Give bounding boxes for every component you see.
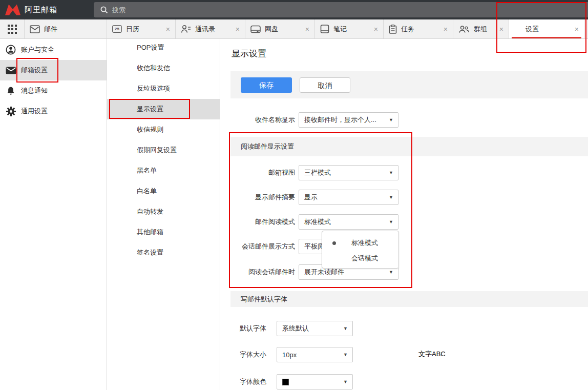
gear-icon [5,107,16,116]
tab-close-icon[interactable]: × [305,26,309,33]
account-icon [5,45,16,55]
tab-close-icon[interactable]: × [374,26,378,33]
reading-mode-select[interactable]: 标准模式 ▼ [299,214,398,230]
tabbar-filler [584,19,588,38]
reading-mode-label: 邮件阅读模式 [220,214,295,230]
mail-summary-label: 显示邮件摘要 [220,190,295,205]
tab-calendar[interactable]: 25 日历 × [107,19,175,38]
brand-logo: 阿里邮箱 [5,4,57,16]
select-value: 10px [282,351,297,359]
menu-item-send-receive[interactable]: 收信和发信 [107,58,220,78]
mailbox-view-select[interactable]: 三栏模式 ▼ [299,165,398,180]
sidebar-item-label: 账户与安全 [21,45,54,54]
tab-drive[interactable]: 网盘 × [245,19,314,38]
select-value: 展开未读邮件 [304,268,344,277]
save-button[interactable]: 保存 [241,77,292,93]
brand-name: 阿里邮箱 [25,5,57,15]
default-font-label: 默认字体 [240,321,270,336]
sidebar-item-general-settings[interactable]: 通用设置 [0,101,107,121]
font-color-swatch [282,379,289,385]
chevron-down-icon: ▼ [389,195,393,200]
menu-item-display-settings[interactable]: 显示设置 [107,99,220,119]
tab-tasks[interactable]: 任务 × [383,19,453,38]
tab-close-icon[interactable]: × [236,26,240,33]
recipient-display-label: 收件名称显示 [220,112,295,128]
menu-item-auto-forward[interactable]: 自动转发 [107,201,220,222]
tab-close-icon[interactable]: × [575,26,579,33]
contacts-icon [181,25,191,33]
mail-icon [30,25,40,33]
chevron-down-icon: ▼ [389,117,393,122]
chevron-down-icon: ▼ [389,170,393,175]
default-font-select[interactable]: 系统默认 ▼ [277,321,353,336]
select-value: 显示 [304,193,318,202]
menu-item-pop[interactable]: POP设置 [107,37,220,58]
chevron-down-icon: ▼ [389,219,393,224]
sidebar-item-mail-settings[interactable]: 邮箱设置 [0,60,107,80]
tab-close-icon[interactable]: × [499,26,503,33]
settings-sidebar: 账户与安全 邮箱设置 消息通知 [0,39,107,390]
select-value: 接收邮件时，显示个人... [304,115,376,125]
tab-label: 通讯录 [195,25,215,34]
chevron-down-icon: ▼ [343,352,348,357]
tab-settings[interactable]: 设置 × [509,19,584,38]
active-tab-indicator [512,37,581,38]
chevron-down-icon: ▼ [389,270,393,275]
menu-option-conversation-mode[interactable]: 会话模式 [322,251,398,266]
tab-close-icon[interactable]: × [444,26,448,33]
recipient-display-select[interactable]: 接收邮件时，显示个人... ▼ [299,112,398,128]
app-window: 阿里邮箱 邮件 [0,0,588,390]
font-size-label: 字体大小 [240,347,270,362]
notes-icon [320,25,329,33]
tab-notes[interactable]: 笔记 × [314,19,383,38]
chevron-down-icon: ▼ [343,379,348,384]
menu-item-antispam[interactable]: 反垃圾选项 [107,78,220,99]
calendar-icon: 25 [112,25,122,33]
drive-icon [250,25,261,33]
conversation-display-label: 会话邮件展示方式 [220,239,295,254]
mailbox-view-label: 邮箱视图 [220,165,295,180]
menu-item-blacklist[interactable]: 黑名单 [107,160,220,181]
tab-label: 任务 [401,25,414,34]
font-preview-text: 文字ABC [418,346,446,362]
mailbox-icon [5,67,16,74]
apps-grid-button[interactable] [0,19,24,38]
mail-m-logo-icon [5,4,20,16]
tab-bar: 邮件 25 日历 × 通讯录 × 网盘 × 笔 [0,19,588,39]
mail-settings-menu: POP设置 收信和发信 反垃圾选项 显示设置 收信规则 假期回复设置 黑名单 白… [107,39,220,390]
groups-icon [458,25,470,33]
tab-mail[interactable]: 邮件 [24,19,107,38]
sidebar-item-label: 邮箱设置 [21,66,48,75]
menu-option-label: 标准模式 [351,239,378,247]
reading-mode-dropdown-menu: 标准模式 会话模式 [322,231,399,269]
tasks-icon [389,25,397,34]
font-color-select[interactable]: ▼ [277,374,353,389]
menu-item-signature[interactable]: 签名设置 [107,242,220,263]
tab-label: 群组 [474,25,487,34]
menu-item-other-mailbox[interactable]: 其他邮箱 [107,222,220,242]
sidebar-item-notifications[interactable]: 消息通知 [0,80,107,101]
search-bar[interactable] [94,2,588,17]
tab-groups[interactable]: 群组 × [453,19,509,38]
tab-contacts[interactable]: 通讯录 × [175,19,245,38]
compose-section-header: 写邮件默认字体 [230,291,588,307]
menu-option-label: 会话模式 [351,254,378,262]
menu-item-whitelist[interactable]: 白名单 [107,181,220,201]
font-color-label: 字体颜色 [240,374,270,389]
sidebar-item-account-security[interactable]: 账户与安全 [0,39,107,60]
font-size-select[interactable]: 10px ▼ [277,347,353,362]
apps-grid-icon [8,25,17,34]
menu-option-standard-mode[interactable]: 标准模式 [322,235,398,251]
cancel-button[interactable]: 取消 [300,77,350,93]
bell-icon [5,86,16,96]
search-icon [100,6,108,14]
tab-close-icon[interactable]: × [166,26,170,33]
tab-label: 网盘 [265,25,278,34]
mail-summary-select[interactable]: 显示 ▼ [299,190,398,205]
search-input[interactable] [112,6,317,14]
select-value: 系统默认 [282,324,309,333]
menu-item-vacation-reply[interactable]: 假期回复设置 [107,140,220,160]
topbar: 阿里邮箱 [0,0,588,19]
menu-item-mail-rules[interactable]: 收信规则 [107,119,220,140]
tab-label: 日历 [126,25,139,34]
